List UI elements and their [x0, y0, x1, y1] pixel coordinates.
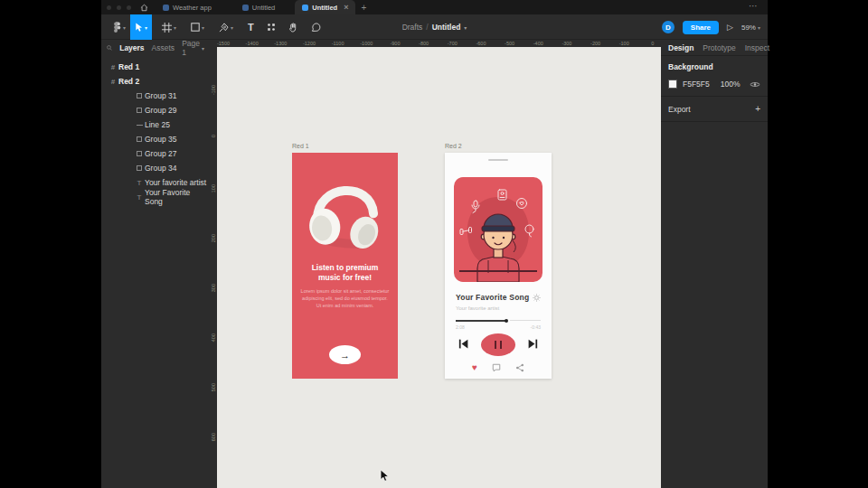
- page-selector[interactable]: Page 1 ▾: [182, 39, 204, 57]
- text-tool-button[interactable]: T: [243, 14, 259, 40]
- comment-bubble-icon: [311, 23, 321, 33]
- pen-tool-button[interactable]: ▾: [214, 14, 238, 40]
- layer-row[interactable]: Group 35: [101, 132, 210, 146]
- ruler-tick-label: -1000: [360, 41, 373, 46]
- frame-red-2[interactable]: Your Favorite Song Your favorite artist: [445, 153, 552, 379]
- frame-tool-button[interactable]: ▾: [157, 14, 181, 40]
- ruler-tick-label: 300: [211, 284, 216, 292]
- pen-icon: [219, 23, 229, 33]
- progress-bar[interactable]: [456, 319, 541, 323]
- promo-body: Lorem ipsum dolor sit amet, consectetur …: [300, 288, 390, 310]
- layer-row[interactable]: T Your Favorite Song: [101, 190, 210, 204]
- text-layer-icon: T: [134, 179, 145, 187]
- layer-row[interactable]: # Red 1: [101, 60, 210, 74]
- frame-label[interactable]: Red 1: [292, 143, 309, 149]
- comment-tool-button[interactable]: [307, 14, 326, 40]
- line-icon: [134, 125, 145, 126]
- background-color-swatch[interactable]: [668, 80, 677, 89]
- settings-gear-icon[interactable]: [533, 294, 541, 302]
- layer-name: Group 27: [145, 149, 176, 158]
- tab-assets[interactable]: Assets: [152, 43, 175, 52]
- hand-tool-button[interactable]: [284, 14, 303, 40]
- text-layer-icon: T: [134, 193, 145, 202]
- ruler-tick-label: -400: [533, 41, 543, 46]
- share-button[interactable]: Share: [683, 21, 719, 34]
- search-icon[interactable]: [107, 44, 112, 52]
- promo-heading: Listen to premium music for free!: [302, 263, 388, 283]
- layer-name: Red 1: [118, 62, 139, 71]
- background-opacity[interactable]: 100%: [721, 80, 741, 89]
- tab-close-icon[interactable]: ×: [344, 3, 348, 12]
- figma-logo-icon: [113, 22, 121, 33]
- chevron-down-icon: ▾: [231, 24, 233, 31]
- layer-row[interactable]: Group 27: [101, 146, 210, 161]
- previous-track-icon[interactable]: [458, 337, 469, 353]
- ruler-tick-label: -1300: [274, 41, 287, 46]
- layers-panel: Layers Assets Page 1 ▾ # Red 1 # Red 2: [101, 40, 210, 488]
- comment-icon[interactable]: [492, 360, 501, 376]
- background-hex[interactable]: F5F5F5: [683, 80, 710, 89]
- main-menu-button[interactable]: ▾: [108, 14, 130, 40]
- frame-red-1[interactable]: Listen to premium music for free! Lorem …: [292, 153, 398, 379]
- chevron-down-icon[interactable]: ▾: [464, 24, 467, 31]
- next-track-icon[interactable]: [527, 337, 539, 353]
- breadcrumb-project[interactable]: Drafts: [402, 23, 423, 32]
- ruler-tick-label: 100: [211, 184, 216, 192]
- layer-row[interactable]: Line 25: [101, 117, 210, 132]
- nav-back-icon[interactable]: [107, 5, 111, 10]
- chevron-down-icon: ▾: [202, 24, 204, 31]
- tab-layers[interactable]: Layers: [119, 43, 144, 52]
- tab-prototype[interactable]: Prototype: [703, 43, 735, 52]
- pause-button[interactable]: [481, 333, 515, 356]
- character-illustration: [454, 177, 542, 282]
- artist-name: Your favorite artist: [456, 305, 499, 311]
- layer-name: Group 34: [145, 164, 176, 173]
- album-art-card: [454, 177, 542, 282]
- figma-favicon: [163, 5, 169, 11]
- ruler-tick-label: -300: [561, 41, 571, 46]
- home-icon[interactable]: [140, 4, 148, 12]
- share-icon[interactable]: [515, 360, 524, 376]
- resources-tool-button[interactable]: [262, 14, 280, 40]
- add-export-button[interactable]: +: [755, 104, 760, 114]
- browser-tab-untitled-2-active[interactable]: Untitled ×: [295, 0, 355, 14]
- browser-tab-weather-app[interactable]: Weather app: [156, 0, 219, 14]
- mouse-cursor: [380, 469, 390, 487]
- new-tab-button[interactable]: +: [361, 3, 366, 13]
- tab-inspect[interactable]: Inspect: [745, 43, 769, 52]
- layer-row[interactable]: Group 31: [101, 89, 210, 103]
- tab-label: Untitled: [252, 4, 275, 12]
- chevron-down-icon: ▾: [174, 24, 176, 31]
- layer-name: Your favorite artist: [145, 178, 206, 187]
- ruler-tick-label: -800: [419, 41, 429, 46]
- like-heart-icon[interactable]: ♥: [472, 363, 477, 372]
- avatar[interactable]: D: [662, 21, 675, 33]
- browser-menu-icon[interactable]: ⋯: [749, 1, 759, 11]
- nav-forward-icon[interactable]: [117, 5, 121, 10]
- rectangle-icon: [191, 23, 200, 32]
- figma-window: Weather app Untitled Untitled × + ⋯ ▾: [101, 0, 768, 488]
- move-tool-button[interactable]: ▾: [130, 14, 152, 40]
- shape-tool-button[interactable]: ▾: [186, 14, 209, 40]
- layer-row[interactable]: # Red 2: [101, 74, 210, 89]
- nav-reload-icon[interactable]: [127, 5, 131, 10]
- move-cursor-icon: [135, 23, 143, 33]
- visibility-eye-icon[interactable]: [750, 81, 760, 88]
- tab-design[interactable]: Design: [668, 43, 693, 52]
- present-icon[interactable]: ▷: [727, 23, 733, 32]
- browser-tab-untitled-1[interactable]: Untitled: [235, 0, 282, 14]
- ruler-tick-label: -700: [448, 41, 458, 46]
- file-name[interactable]: Untitled: [432, 23, 461, 32]
- frame-label[interactable]: Red 2: [445, 143, 462, 149]
- canvas[interactable]: -1500-1400-1300-1200-1100-1000-900-800-7…: [210, 40, 661, 488]
- figma-favicon: [242, 5, 249, 11]
- ruler-vertical: -1000100200300400500600: [210, 40, 217, 488]
- layer-row[interactable]: Group 34: [101, 161, 210, 175]
- progress-handle[interactable]: [505, 319, 508, 323]
- next-arrow-button[interactable]: →: [329, 345, 361, 364]
- tab-label: Weather app: [173, 4, 212, 12]
- figma-toolbar: ▾ ▾ ▾ ▾: [101, 14, 768, 40]
- browser-tab-bar: Weather app Untitled Untitled × + ⋯: [101, 0, 768, 14]
- layer-row[interactable]: Group 29: [101, 103, 210, 117]
- zoom-control[interactable]: 59% ▾: [741, 23, 760, 32]
